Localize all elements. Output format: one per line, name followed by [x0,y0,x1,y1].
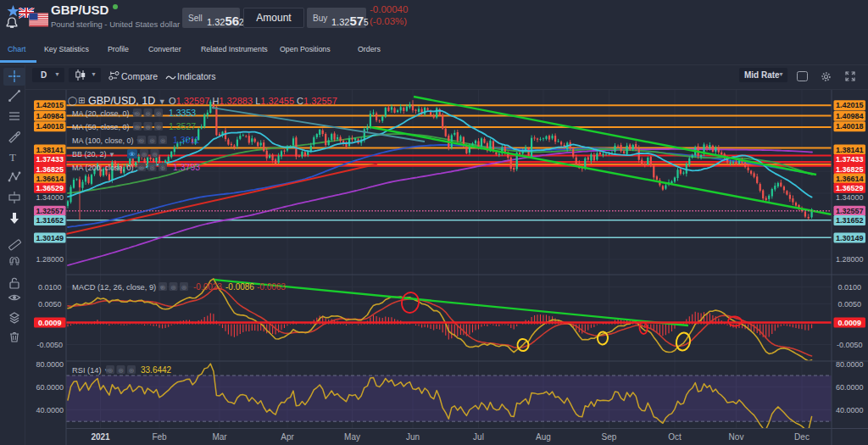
svg-text:Aug: Aug [536,432,551,442]
svg-text:◎: ◎ [146,110,151,116]
svg-text:MA (20, close, 0) ▼: MA (20, close, 0) ▼ [72,109,138,118]
svg-text:80.0000: 80.0000 [836,360,864,369]
svg-text:◎: ◎ [171,284,176,290]
svg-text:◎: ◎ [129,367,134,373]
svg-text:Oct: Oct [668,432,682,442]
svg-text:MA (200, close, 0) ▼: MA (200, close, 0) ▼ [72,164,142,172]
svg-text:40.0000: 40.0000 [836,406,864,414]
svg-text:0.0050: 0.0050 [38,300,62,309]
svg-text:1.42015: 1.42015 [836,101,864,109]
svg-text:RSI (14) ▼: RSI (14) ▼ [72,366,110,375]
svg-text:1.36825: 1.36825 [836,165,864,174]
svg-text:1.3527: 1.3527 [169,121,196,131]
svg-text:Jun: Jun [406,432,420,442]
svg-text:◎: ◎ [139,137,144,143]
svg-text:Jul: Jul [473,432,484,442]
svg-text:0.0100: 0.0100 [38,283,62,292]
svg-text:-0.0086: -0.0086 [225,282,254,292]
svg-text:1.28000: 1.28000 [836,255,864,264]
svg-text:60.0000: 60.0000 [836,383,864,392]
svg-text:1.40984: 1.40984 [836,112,864,120]
svg-text:1.40018: 1.40018 [36,122,64,131]
svg-text:◎: ◎ [142,151,147,157]
svg-text:MA (100, close, 0) ▼: MA (100, close, 0) ▼ [72,136,142,145]
svg-text:1.30149: 1.30149 [836,234,864,242]
svg-text:1.37433: 1.37433 [36,155,64,164]
svg-text:1.34000: 1.34000 [836,193,864,202]
svg-text:0.0009: 0.0009 [837,319,861,327]
svg-text:2021: 2021 [91,432,110,442]
svg-text:Dec: Dec [794,432,810,442]
svg-text:1.36825: 1.36825 [36,165,64,174]
svg-text:Sep: Sep [602,432,617,442]
svg-text:1.28000: 1.28000 [36,255,64,264]
svg-text:1.32557: 1.32557 [36,207,64,215]
svg-text:👁: 👁 [129,151,136,159]
svg-text:◎: ◎ [156,124,161,130]
svg-text:◎: ◎ [150,137,155,143]
svg-text:◎: ◎ [135,124,140,130]
svg-text:◎: ◎ [150,164,155,170]
svg-text:0.0050: 0.0050 [837,300,861,309]
svg-text:MA (50, close, 0) ▼: MA (50, close, 0) ▼ [72,123,138,131]
svg-text:1.31652: 1.31652 [836,216,864,225]
svg-text:MACD (12, 26, close, 9) ▼: MACD (12, 26, close, 9) ▼ [72,283,165,292]
svg-text:May: May [344,432,360,442]
svg-text:1.3353: 1.3353 [169,108,196,118]
svg-text:⊞: ⊞ [78,96,85,105]
svg-text:◎: ◎ [119,367,124,373]
svg-text:33.6442: 33.6442 [141,365,172,375]
svg-text:0.0100: 0.0100 [837,283,861,292]
svg-text:◎: ◎ [160,284,165,290]
svg-text:Mar: Mar [212,432,227,442]
svg-text:1.36614: 1.36614 [36,175,64,183]
svg-text:◎: ◎ [156,110,161,116]
svg-text:◎: ◎ [108,367,113,373]
svg-text:0.0009: 0.0009 [38,319,62,327]
svg-text:1.3611: 1.3611 [173,135,199,145]
svg-text:80.0000: 80.0000 [36,360,64,369]
svg-text:-0.0050: -0.0050 [837,341,863,349]
svg-text:1.42015: 1.42015 [36,101,64,109]
svg-text:1.3793: 1.3793 [173,162,200,172]
svg-text:1.32557: 1.32557 [836,207,864,215]
svg-text:Nov: Nov [729,432,744,442]
svg-text:1.31652: 1.31652 [36,216,64,225]
svg-text:◎: ◎ [135,110,140,116]
svg-text:1.36529: 1.36529 [36,184,64,192]
svg-text:◎: ◎ [139,164,144,170]
svg-text:O1.32597 H1.32883 L1.32455: O1.32597 H1.32883 L1.32455 C1.32557 [169,96,337,106]
svg-text:◎: ◎ [181,284,186,290]
svg-text:GBP/USD, 1D ▼: GBP/USD, 1D ▼ [88,95,166,107]
svg-text:1.37433: 1.37433 [836,155,864,164]
svg-text:◎: ◎ [146,124,151,130]
svg-text:◎: ◎ [160,164,165,170]
svg-text:-0.0023: -0.0023 [193,282,222,292]
svg-text:1.38141: 1.38141 [36,146,64,154]
svg-text:40.0000: 40.0000 [36,406,64,414]
svg-text:◯: ◯ [68,96,77,106]
svg-text:Feb: Feb [152,432,167,442]
svg-text:1.40984: 1.40984 [36,112,64,120]
svg-text:1.36529: 1.36529 [836,184,864,192]
svg-text:BB (20, 2) ▼: BB (20, 2) ▼ [72,150,115,159]
svg-text:1.34000: 1.34000 [36,193,64,202]
svg-text:1.38141: 1.38141 [836,146,864,154]
svg-text:-0.0050: -0.0050 [36,341,63,349]
svg-text:60.0000: 60.0000 [36,383,64,392]
svg-text:◎: ◎ [153,151,158,157]
svg-text:Apr: Apr [281,432,294,442]
svg-text:◎: ◎ [160,137,165,143]
svg-text:1.30149: 1.30149 [36,234,64,242]
svg-text:1.40018: 1.40018 [836,122,864,131]
svg-text:-0.0063: -0.0063 [257,282,286,292]
svg-text:1.36614: 1.36614 [836,175,864,183]
